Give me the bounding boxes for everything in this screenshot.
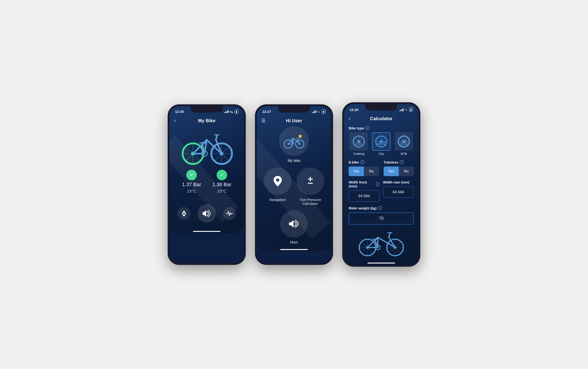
mtb-img (395, 132, 413, 151)
trekking-label: Trekking (353, 152, 364, 156)
width-row: Width front (mm) i 64-584 Width rear (mm… (349, 180, 414, 202)
bike-star-icon (284, 133, 304, 149)
bike-type-city[interactable]: City (371, 132, 391, 156)
width-rear-group: Width rear (mm) 64-584 (383, 180, 414, 202)
divider-1 (174, 198, 239, 199)
width-section: Width front (mm) i 64-584 Width rear (mm… (344, 179, 419, 205)
bike-svg-1 (179, 129, 234, 165)
city-img (372, 132, 390, 151)
activity-icon (226, 210, 233, 217)
bike-illustration-1 (169, 126, 244, 165)
svg-rect-53 (381, 142, 383, 145)
activity-button[interactable] (223, 207, 236, 220)
back-button-3[interactable]: ‹ (349, 116, 350, 122)
my-bike-header: ‹ My Bike (169, 116, 244, 126)
svg-rect-52 (379, 141, 381, 145)
phone-hi-user: 12:27 ∿ ▮ ☰ Hi User (255, 104, 333, 265)
horn-icon-1 (202, 209, 212, 218)
check-right: ✓ (217, 170, 227, 180)
ebike-label: E-bike i (349, 160, 379, 164)
check-left: ✓ (186, 170, 197, 180)
back-button-1[interactable]: ‹ (174, 118, 176, 124)
svg-line-19 (216, 135, 217, 140)
tubeless-toggle: Yes No (384, 167, 414, 176)
hamburger-button[interactable]: ☰ (261, 118, 265, 123)
bike-type-trekking[interactable]: Trekking (349, 132, 369, 156)
temp-right: 20°C (217, 189, 226, 194)
notch-3 (365, 104, 397, 110)
width-front-info-icon[interactable]: i (376, 182, 380, 186)
ebike-info-icon[interactable]: i (360, 160, 365, 164)
horn-button[interactable] (198, 204, 216, 223)
notch-2 (278, 106, 310, 113)
pressure-right: 1.38 Bar (212, 182, 231, 188)
width-front-input[interactable]: 64-584 (349, 190, 380, 202)
calculator-bike-svg (356, 229, 407, 257)
city-wheel-icon (374, 135, 388, 148)
svg-rect-54 (383, 141, 385, 145)
my-bike-circle (279, 126, 309, 156)
navigation-label: Navigation (270, 198, 286, 202)
horn-icon-2 (288, 219, 300, 229)
tubeless-info-icon[interactable]: i (400, 160, 404, 164)
wifi-icon-1: ▾▴ (230, 110, 233, 113)
battery-icon-2: ▮ (322, 110, 326, 114)
status-icons-1: ▾▴ ▮ (224, 110, 238, 114)
phone-calculator: 12:25 ∿ ▮ ‹ Calculator (342, 102, 420, 267)
navigation-pin-icon (273, 175, 283, 187)
mtb-wheel-icon (397, 135, 411, 148)
ebike-yes-button[interactable]: Yes (349, 167, 364, 176)
notch-1 (191, 106, 223, 113)
signal-icon-1 (224, 110, 229, 113)
my-bike-label: My bike (288, 159, 300, 163)
trekking-wheel-icon (352, 135, 366, 148)
signal-icon-3 (399, 108, 404, 111)
tubeless-yes-button[interactable]: Yes (384, 167, 399, 176)
ebike-group: E-bike i Yes No (349, 160, 379, 176)
horn-menu-item[interactable]: Horn (261, 210, 327, 244)
weight-section: Rider weight (kg) i (344, 205, 419, 227)
bottom-controls (169, 201, 244, 229)
rider-weight-info-icon[interactable]: i (378, 206, 382, 210)
mtb-label: MTB (400, 152, 407, 156)
gear-icon (181, 210, 187, 217)
settings-button[interactable] (178, 207, 190, 220)
my-bike-menu-item[interactable]: My bike (261, 126, 327, 163)
horn-label: Horn (290, 240, 298, 244)
width-rear-input[interactable]: 64-584 (383, 186, 414, 198)
navigation-circle (264, 167, 292, 195)
temp-left: 19°C (187, 189, 196, 194)
rider-weight-input[interactable] (349, 212, 414, 225)
status-icons-2: ∿ ▮ (312, 110, 326, 114)
ebike-toggle: Yes No (349, 167, 379, 176)
bike-type-mtb[interactable]: MTB (394, 132, 414, 156)
screens-container: 12:25 ▾▴ ▮ ‹ My Bike (168, 102, 420, 267)
battery-icon-3: ▮ (409, 108, 413, 112)
pressure-left: 1.37 Bar (182, 182, 201, 188)
width-rear-label: Width rear (mm) (383, 180, 414, 184)
hi-user-header: ☰ Hi User (257, 116, 331, 126)
time-3: 12:25 (350, 108, 358, 112)
home-indicator-3 (368, 263, 395, 263)
width-front-label: Width front (mm) i (349, 180, 380, 188)
battery-icon-1: ▮ (234, 110, 238, 114)
tyre-pressure-menu-item[interactable]: Tyre PressureCalculator (296, 167, 324, 206)
tubeless-group: Tubeless i Yes No (384, 160, 414, 176)
page-title-2: Hi User (286, 118, 302, 123)
navigation-menu-item[interactable]: Navigation (264, 167, 292, 206)
signal-icon-2 (312, 110, 316, 113)
stat-left: ✓ 1.37 Bar 19°C (182, 170, 201, 194)
tubeless-no-button[interactable]: No (399, 167, 414, 176)
svg-marker-34 (298, 134, 303, 138)
horn-circle (280, 210, 308, 238)
rider-weight-label: Rider weight (kg) i (349, 206, 414, 210)
trekking-img (350, 132, 368, 151)
width-front-group: Width front (mm) i 64-584 (349, 180, 380, 202)
calculator-header: ‹ Calculator (344, 114, 419, 124)
ebike-no-button[interactable]: No (364, 167, 379, 176)
page-title-3: Calculator (370, 116, 393, 121)
bike-type-info-icon[interactable]: i (366, 126, 369, 130)
tyre-pressure-circle (296, 167, 324, 195)
wifi-icon-2: ∿ (317, 110, 320, 113)
page-title-1: My Bike (198, 118, 215, 123)
